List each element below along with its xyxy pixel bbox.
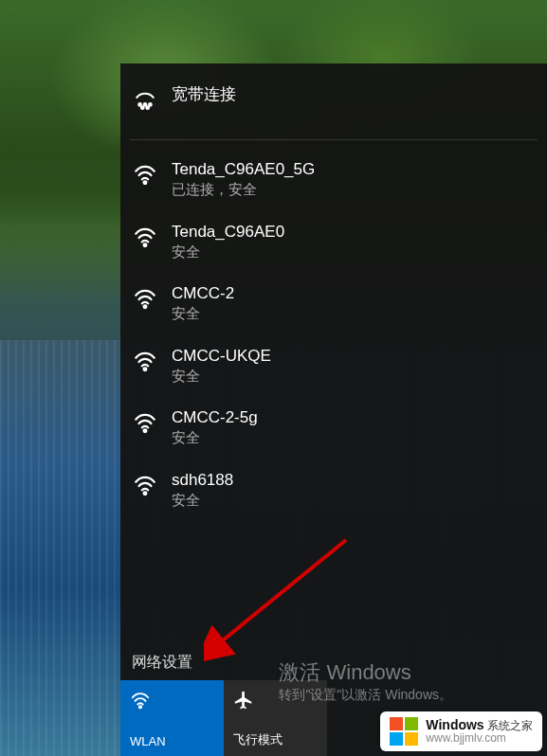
svg-point-4 xyxy=(146,106,149,109)
svg-point-3 xyxy=(141,106,144,109)
windows-logo-icon xyxy=(390,717,418,746)
network-name: CMCC-2-5g xyxy=(172,407,258,428)
wifi-network-item[interactable]: Tenda_C96AE0_5G 已连接，安全 xyxy=(120,148,547,210)
wifi-network-item[interactable]: CMCC-UKQE 安全 xyxy=(120,334,547,397)
network-status: 安全 xyxy=(172,367,271,386)
svg-point-11 xyxy=(139,706,141,708)
wifi-network-item[interactable]: Tenda_C96AE0 安全 xyxy=(120,210,547,273)
svg-point-1 xyxy=(144,103,147,106)
network-name: Tenda_C96AE0 xyxy=(172,222,284,243)
network-name: CMCC-UKQE xyxy=(172,346,271,367)
svg-point-5 xyxy=(144,181,147,184)
airplane-icon xyxy=(233,690,254,713)
network-status: 已连接，安全 xyxy=(172,180,315,199)
broadband-icon xyxy=(130,84,160,115)
wifi-icon xyxy=(130,159,160,189)
site-brand: Windows xyxy=(426,717,483,732)
network-list: 宽带连接 Tenda_C96AE0_5G 已连接，安全 xyxy=(120,63,547,641)
network-name: Tenda_C96AE0_5G xyxy=(172,159,315,180)
wifi-network-item[interactable]: CMCC-2 安全 xyxy=(120,272,547,334)
wifi-icon xyxy=(130,222,160,252)
network-status: 安全 xyxy=(172,428,258,447)
wifi-icon xyxy=(130,690,151,713)
svg-point-10 xyxy=(144,492,147,495)
wlan-tile-label: WLAN xyxy=(130,734,166,748)
svg-point-7 xyxy=(144,305,147,308)
svg-point-0 xyxy=(138,103,141,106)
wifi-icon xyxy=(130,283,160,314)
network-name: CMCC-2 xyxy=(172,283,234,304)
svg-point-2 xyxy=(149,103,152,106)
network-status: 安全 xyxy=(172,243,284,261)
wifi-icon xyxy=(130,470,160,500)
site-watermark: Windows 系统之家 www.bjjmlv.com xyxy=(380,711,542,751)
wifi-icon xyxy=(130,407,160,438)
svg-point-9 xyxy=(144,430,147,433)
network-name: sdh6188 xyxy=(172,470,233,491)
site-sub: 系统之家 xyxy=(487,719,533,732)
wifi-network-item[interactable]: sdh6188 安全 xyxy=(120,459,547,521)
watermark-subtitle: 转到"设置"以激活 Windows。 xyxy=(279,687,452,704)
network-flyout: 宽带连接 Tenda_C96AE0_5G 已连接，安全 xyxy=(120,63,547,756)
wifi-network-item[interactable]: CMCC-2-5g 安全 xyxy=(120,396,547,459)
wifi-icon xyxy=(130,346,160,376)
svg-point-6 xyxy=(144,243,147,246)
network-status: 安全 xyxy=(172,491,233,510)
airplane-tile-label: 飞行模式 xyxy=(233,731,283,748)
broadband-connection-item[interactable]: 宽带连接 xyxy=(130,73,538,140)
activation-watermark: 激活 Windows 转到"设置"以激活 Windows。 xyxy=(279,658,452,704)
wlan-tile[interactable]: WLAN xyxy=(120,680,224,756)
network-status: 安全 xyxy=(172,304,234,323)
site-url: www.bjjmlv.com xyxy=(426,732,533,745)
watermark-title: 激活 Windows xyxy=(279,658,452,687)
svg-point-8 xyxy=(144,368,147,370)
broadband-label: 宽带连接 xyxy=(172,84,236,105)
